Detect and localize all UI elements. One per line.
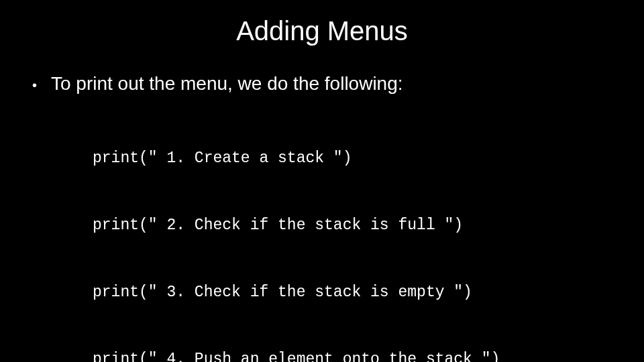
code-line: print(" 1. Create a stack ") [93,147,612,170]
bullet-item: • To print out the menu, we do the follo… [32,73,612,95]
code-line: print(" 4. Push an element onto the stac… [93,349,612,362]
code-line: print(" 3. Check if the stack is empty "… [93,282,612,304]
code-block: print(" 1. Create a stack ") print(" 2. … [93,103,612,362]
bullet-dot-icon: • [32,76,51,95]
slide-title: Adding Menus [32,16,612,46]
slide: Adding Menus • To print out the menu, we… [0,0,644,362]
code-line: print(" 2. Check if the stack is full ") [93,215,612,237]
bullet-text: To print out the menu, we do the followi… [51,73,612,95]
